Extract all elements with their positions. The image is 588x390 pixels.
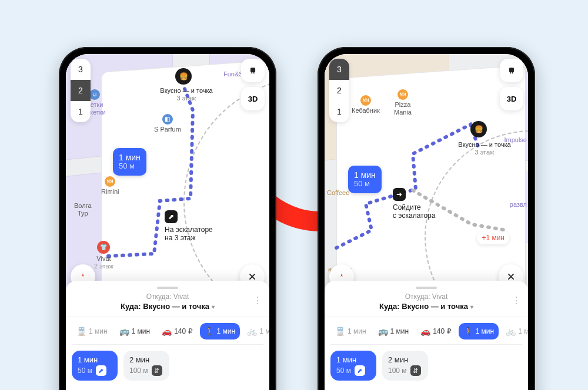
compass-icon: [79, 273, 87, 281]
kids-icon: ☺: [89, 89, 100, 100]
phone-right: 🍽 Кебабник 🍽 Pizza Mania Coffeec Impulse…: [318, 47, 535, 390]
bus-icon: [249, 66, 257, 75]
walk-icon: 🚶: [463, 327, 473, 336]
svg-rect-3: [509, 68, 514, 72]
mode-bus[interactable]: 🚌1 мин: [373, 323, 414, 339]
mode-walk[interactable]: 🚶1 мин: [459, 323, 499, 339]
train-icon: 🚆: [335, 327, 345, 336]
floor-selector: 3 2 1: [71, 59, 91, 122]
floor-selector: 3 2 1: [329, 59, 349, 122]
floor-1[interactable]: 1: [71, 101, 91, 122]
compass-icon: [338, 273, 346, 281]
3d-toggle-button[interactable]: 3D: [500, 87, 523, 110]
chevron-down-icon: ▾: [470, 304, 473, 310]
transport-modes: 🚆1 мин 🚌1 мин 🚗140 ₽ 🚶1 мин 🚲1 мин: [330, 323, 522, 345]
escalator-icon: ⬈: [355, 365, 365, 376]
route-instruction: ⬈ На эскалаторе на 3 этаж: [165, 210, 213, 243]
close-icon: [248, 273, 256, 281]
exit-icon: ➜: [393, 188, 406, 201]
sheet-handle[interactable]: [157, 287, 178, 289]
poi-sparfum[interactable]: ◧ S Parfum: [154, 114, 181, 133]
mode-car[interactable]: 🚗140 ₽: [416, 323, 456, 339]
poi-pizza[interactable]: 🍽 Pizza Mania: [394, 89, 412, 116]
elevator-icon: ⇵: [152, 365, 162, 376]
floor-3[interactable]: 3: [329, 59, 349, 80]
sheet-menu-button[interactable]: ⋮: [512, 295, 522, 306]
route-option-1[interactable]: 1 мин 50 м⬈: [72, 351, 118, 381]
poi-rimini[interactable]: 🍽 Rimini: [101, 176, 119, 196]
divider: [66, 317, 269, 317]
route-from[interactable]: Откуда: Vivat: [330, 292, 522, 301]
floor-2[interactable]: 2: [329, 80, 349, 101]
svg-point-1: [251, 72, 252, 73]
shirt-icon: 👕: [97, 241, 110, 254]
mode-walk[interactable]: 🚶1 мин: [200, 323, 240, 339]
route-bubble[interactable]: 1 мин 50 м: [348, 166, 382, 193]
sheet-menu-button[interactable]: ⋮: [253, 295, 263, 306]
food-icon: 🍽: [105, 176, 115, 187]
walk-icon: 🚶: [205, 327, 215, 336]
bus-icon: [507, 66, 516, 75]
food-icon: 🍽: [397, 89, 408, 100]
svg-point-5: [512, 72, 513, 73]
3d-toggle-button[interactable]: 3D: [241, 87, 265, 110]
floor-2[interactable]: 2: [71, 80, 91, 101]
poi-coffee[interactable]: Coffeec: [327, 189, 349, 197]
bus-icon: 🚌: [119, 327, 129, 336]
route-from[interactable]: Откуда: Vivat: [72, 292, 263, 301]
route-bubble[interactable]: 1 мин 50 м: [113, 148, 146, 176]
burger-icon: 🍔: [475, 125, 483, 133]
bottom-sheet[interactable]: ⋮ Откуда: Vivat Куда: Вкусно — и точка▾ …: [66, 281, 269, 390]
floor-1[interactable]: 1: [329, 101, 349, 122]
car-icon: 🚗: [162, 327, 172, 336]
destination-pin[interactable]: 🍔: [175, 68, 192, 85]
poi-vivat-origin[interactable]: 👕 Vivat2 этаж: [94, 241, 113, 270]
train-icon: 🚆: [76, 327, 86, 336]
transport-modes: 🚆1 мин 🚌1 мин 🚗140 ₽ 🚶1 мин 🚲1 мин: [72, 323, 263, 345]
mode-train[interactable]: 🚆1 мин: [330, 323, 371, 339]
mode-bus[interactable]: 🚌1 мин: [115, 323, 155, 339]
screen: 🍽 Кебабник 🍽 Pizza Mania Coffeec Impulse…: [325, 54, 528, 390]
escalator-icon: ⬈: [96, 365, 106, 376]
route-option-1[interactable]: 1 мин 50 м⬈: [330, 351, 376, 381]
destination-label: Вкусно — и точка 3 этаж: [154, 87, 219, 102]
route-to[interactable]: Куда: Вкусно — и точка▾: [330, 302, 522, 311]
route-options: 1 мин 50 м⬈ 2 мин 100 м⇵: [330, 351, 522, 381]
mode-bike[interactable]: 🚲1 мин: [242, 323, 269, 339]
destination-label: Вкусно — и точка 3 этаж: [449, 141, 520, 156]
transit-layer-button[interactable]: [500, 59, 523, 82]
mode-bike[interactable]: 🚲1 мин: [501, 323, 528, 339]
bike-icon: 🚲: [247, 327, 257, 336]
divider: [325, 317, 528, 317]
burger-icon: 🍔: [179, 72, 188, 80]
transit-layer-button[interactable]: [241, 59, 265, 82]
escalator-icon: ⬈: [165, 210, 178, 223]
bus-icon: 🚌: [378, 327, 388, 336]
svg-point-4: [510, 72, 511, 73]
mode-car[interactable]: 🚗140 ₽: [157, 323, 197, 339]
bike-icon: 🚲: [506, 327, 516, 336]
floor-3[interactable]: 3: [71, 59, 91, 80]
sheet-handle[interactable]: [416, 287, 437, 289]
route-option-2[interactable]: 2 мин 100 м⇵: [382, 351, 428, 381]
bottom-sheet[interactable]: ⋮ Откуда: Vivat Куда: Вкусно — и точка▾ …: [325, 281, 528, 390]
route-option-2[interactable]: 2 мин 100 м⇵: [123, 351, 169, 381]
route-to[interactable]: Куда: Вкусно — и точка▾: [72, 302, 263, 311]
bag-icon: ◧: [162, 114, 173, 125]
screen: ☺ Детки кокетки ◧ S Parfum Fun&Sun 🍽 Rim…: [66, 54, 269, 390]
svg-rect-0: [250, 68, 255, 72]
alt-route-chip[interactable]: +1 мин: [477, 231, 509, 244]
phone-left: ☺ Детки кокетки ◧ S Parfum Fun&Sun 🍽 Rim…: [59, 47, 276, 390]
elevator-icon: ⇵: [410, 365, 421, 376]
destination-pin[interactable]: 🍔: [470, 121, 487, 137]
route-instruction: ➜ Сойдите с эскалатора: [393, 188, 435, 220]
poi-kebabnik[interactable]: 🍽 Кебабник: [352, 95, 380, 115]
car-icon: 🚗: [420, 327, 430, 336]
poi-razvl[interactable]: развл: [510, 201, 527, 209]
svg-point-2: [253, 72, 255, 73]
poi-volga[interactable]: Волга Тур: [74, 202, 92, 217]
chevron-down-icon: ▾: [212, 304, 215, 310]
route-options: 1 мин 50 м⬈ 2 мин 100 м⇵: [72, 351, 263, 381]
food-icon: 🍽: [360, 95, 371, 106]
mode-train[interactable]: 🚆1 мин: [72, 323, 112, 339]
